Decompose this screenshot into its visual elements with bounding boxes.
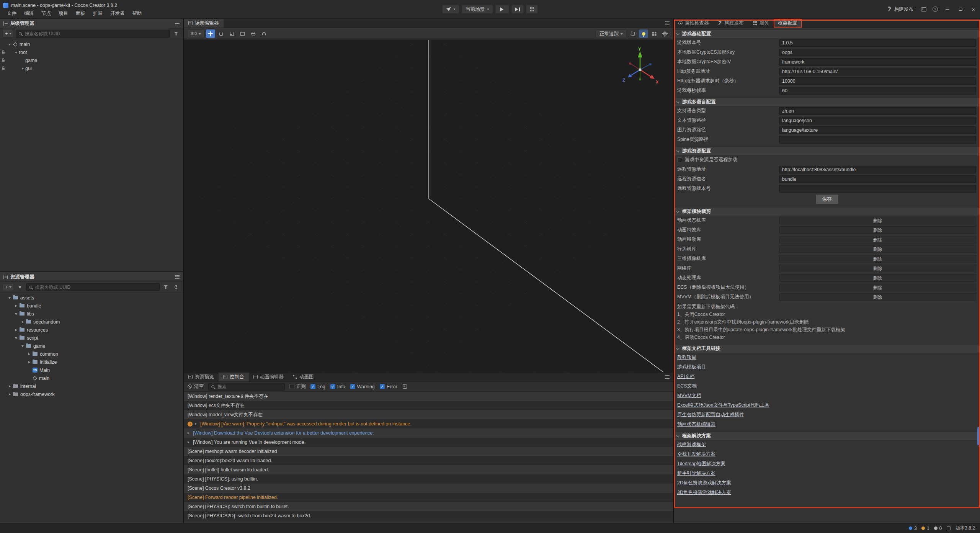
close-button[interactable]: ×: [967, 0, 980, 18]
expand-arrow[interactable]: [7, 296, 12, 300]
assets-filter-button[interactable]: [162, 283, 170, 291]
expand-arrow[interactable]: [13, 336, 19, 340]
field-input[interactable]: [779, 39, 976, 47]
menu-item[interactable]: 节点: [38, 10, 55, 17]
console-search[interactable]: [208, 383, 285, 391]
expand-arrow[interactable]: [26, 361, 32, 363]
doc-link[interactable]: 教程项目: [674, 353, 980, 362]
console-counters[interactable]: 310: [909, 526, 942, 531]
tab-animation-graph[interactable]: 动画图: [288, 373, 318, 381]
panel-menu-icon[interactable]: [665, 21, 670, 25]
menu-item[interactable]: 项目: [55, 10, 72, 17]
tree-row[interactable]: script: [0, 334, 183, 342]
delete-button[interactable]: 删除: [779, 245, 976, 253]
console-line[interactable]: [Scene] Forward render pipeline initiali…: [184, 493, 673, 502]
log-checkbox[interactable]: ✓: [310, 384, 315, 389]
tree-row[interactable]: game: [0, 342, 183, 350]
panel-menu-icon[interactable]: [175, 275, 180, 279]
sort-assets-button[interactable]: [16, 283, 24, 291]
rotate-tool-button[interactable]: [217, 29, 226, 38]
field-input[interactable]: [779, 77, 976, 85]
section-header-language[interactable]: 游戏多语言配置: [674, 98, 980, 106]
gizmo-space-button[interactable]: [249, 29, 258, 38]
console-line[interactable]: [Scene] [PHYSICS]: switch from builtin t…: [184, 502, 673, 511]
expand-chevron-icon[interactable]: [195, 423, 200, 425]
clear-console-button[interactable]: 清空: [188, 383, 204, 390]
panel-menu-icon[interactable]: [665, 375, 670, 379]
field-input[interactable]: [779, 107, 976, 115]
tree-row[interactable]: main: [0, 40, 183, 48]
hierarchy-search-input[interactable]: [24, 31, 167, 37]
menu-item[interactable]: 编辑: [20, 10, 38, 17]
menu-item[interactable]: 文件: [3, 10, 20, 17]
scale-tool-button[interactable]: [227, 29, 237, 38]
play-button[interactable]: [495, 5, 509, 14]
field-input[interactable]: [779, 58, 976, 66]
console-line[interactable]: [Scene] [bullet]:bullet wasm lib loaded.: [184, 465, 673, 474]
field-input[interactable]: [779, 136, 976, 144]
tree-row[interactable]: TSMain: [0, 366, 183, 374]
grid-toggle-button[interactable]: [650, 29, 659, 38]
console-search-input[interactable]: [217, 384, 282, 390]
delete-button[interactable]: 删除: [779, 236, 976, 244]
rect-tool-button[interactable]: [238, 29, 247, 38]
console-line[interactable]: [Scene] [box2d]:box2d wasm lib loaded.: [184, 456, 673, 465]
lock-icon[interactable]: [2, 68, 5, 70]
solution-link[interactable]: 2D角色扮演游戏解决方案: [674, 478, 980, 488]
snap-tool-button[interactable]: [260, 29, 269, 38]
doc-link[interactable]: 动画状态机编辑器: [674, 420, 980, 429]
filter-log[interactable]: ✓Log: [310, 384, 325, 389]
console-line[interactable]: [Window] render_texture文件夹不存在: [184, 392, 673, 401]
maximize-button[interactable]: [954, 0, 967, 18]
tree-row[interactable]: initialize: [0, 358, 183, 366]
tab-property-inspector[interactable]: 属性检查器: [674, 19, 714, 28]
move-tool-button[interactable]: [206, 29, 215, 38]
menu-item[interactable]: 面板: [72, 10, 89, 17]
section-header-solutions[interactable]: 框架解决方案: [674, 432, 980, 440]
build-publish-button[interactable]: 构建发布: [883, 0, 918, 18]
delete-button[interactable]: 删除: [779, 284, 976, 291]
delete-button[interactable]: 删除: [779, 226, 976, 234]
expand-chevron-icon[interactable]: [188, 432, 193, 434]
field-input[interactable]: [779, 87, 976, 95]
solution-link[interactable]: 全栈开发解决方案: [674, 450, 980, 459]
regex-checkbox[interactable]: [289, 384, 294, 389]
filter-warning[interactable]: ✓Warning: [350, 384, 375, 389]
field-input[interactable]: [779, 117, 976, 124]
field-input[interactable]: [779, 166, 976, 173]
expand-arrow[interactable]: [13, 50, 19, 55]
delete-button[interactable]: 删除: [779, 265, 976, 272]
tab-scene-editor[interactable]: 场景编辑器: [184, 19, 224, 28]
expand-arrow[interactable]: [7, 385, 12, 387]
expand-arrow[interactable]: [7, 42, 12, 47]
expand-arrow[interactable]: [7, 393, 12, 396]
expand-arrow[interactable]: [20, 321, 25, 323]
assets-search[interactable]: [26, 283, 160, 291]
tab-framework-config[interactable]: 框架配置: [774, 19, 802, 28]
section-header-modules[interactable]: 框架模块裁剪: [674, 207, 980, 216]
tab-service[interactable]: 服务: [748, 19, 774, 28]
doc-link[interactable]: 游戏模板项目: [674, 362, 980, 372]
scene-viewport[interactable]: Y X Z: [184, 40, 673, 372]
doc-link[interactable]: Excel格式转Json文件与TypeScript代码工具: [674, 401, 980, 410]
doc-link[interactable]: API文档: [674, 372, 980, 381]
tree-row[interactable]: assets: [0, 294, 183, 302]
solution-link[interactable]: 新手引导解决方案: [674, 469, 980, 478]
assets-search-input[interactable]: [34, 284, 157, 290]
expand-arrow[interactable]: [20, 67, 25, 70]
expand-arrow[interactable]: [13, 312, 19, 316]
expand-arrow[interactable]: [26, 353, 32, 355]
layout-button[interactable]: [526, 5, 538, 14]
scene-settings-button[interactable]: [660, 29, 670, 38]
console-line[interactable]: [Scene] meshopt wasm decoder initialized: [184, 447, 673, 456]
menu-item[interactable]: 扩展: [89, 10, 106, 17]
status-count[interactable]: 1: [921, 526, 929, 531]
tab-asset-preview[interactable]: 资源预览: [184, 373, 219, 381]
section-header-basic[interactable]: 游戏基础配置: [674, 29, 980, 38]
step-button[interactable]: [511, 5, 524, 14]
expand-arrow[interactable]: [13, 305, 19, 307]
gallery-button[interactable]: [918, 0, 929, 18]
solution-link[interactable]: 3D角色扮演游戏解决方案: [674, 488, 980, 497]
delete-button[interactable]: 删除: [779, 217, 976, 224]
panel-menu-icon[interactable]: [175, 22, 180, 25]
